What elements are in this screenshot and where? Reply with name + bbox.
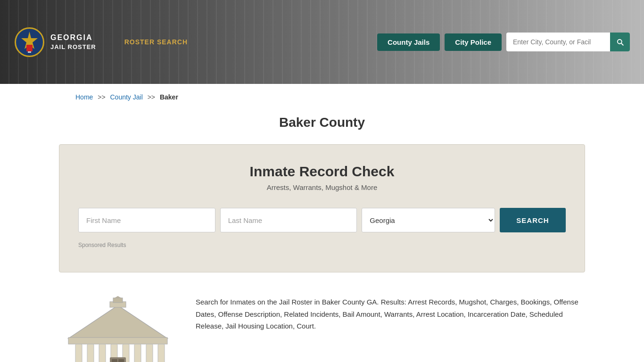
logo-area: GEORGIA JAIL ROSTER <box>14 27 96 58</box>
header-nav: County Jails City Police <box>377 33 630 51</box>
svg-rect-2 <box>26 45 33 51</box>
record-check-title: Inmate Record Check <box>78 164 566 180</box>
svg-rect-3 <box>28 51 31 53</box>
header-search-button[interactable] <box>610 33 630 51</box>
site-logo-text: GEORGIA JAIL ROSTER <box>50 33 96 52</box>
svg-rect-11 <box>134 344 141 362</box>
city-police-button[interactable]: City Police <box>445 33 502 51</box>
svg-rect-21 <box>113 298 123 303</box>
breadcrumb-sep2: >> <box>148 93 155 101</box>
header-search-input[interactable] <box>506 34 610 49</box>
first-name-input[interactable] <box>78 208 215 232</box>
record-search-button[interactable]: SEARCH <box>500 208 566 232</box>
bottom-section: Search for Inmates on the Jail Roster in… <box>0 287 644 362</box>
svg-rect-12 <box>146 344 153 362</box>
state-select[interactable]: AlabamaAlaskaArizonaArkansasCaliforniaCo… <box>362 208 495 232</box>
record-search-form: AlabamaAlaskaArizonaArkansasCaliforniaCo… <box>78 208 566 232</box>
breadcrumb: Home >> County Jail >> Baker <box>0 84 644 110</box>
svg-rect-13 <box>158 344 165 362</box>
svg-rect-8 <box>99 344 106 362</box>
svg-rect-5 <box>68 337 167 344</box>
description-text: Search for Inmates on the Jail Roster in… <box>196 296 585 332</box>
courthouse-image <box>59 296 177 362</box>
last-name-input[interactable] <box>220 208 357 232</box>
header-search-box <box>506 33 630 51</box>
breadcrumb-home-link[interactable]: Home <box>75 93 93 101</box>
search-icon <box>616 38 624 46</box>
svg-marker-22 <box>115 296 121 298</box>
svg-rect-7 <box>87 344 94 362</box>
svg-rect-18 <box>112 359 117 362</box>
county-jails-button[interactable]: County Jails <box>377 33 440 51</box>
inmate-record-section: Inmate Record Check Arrests, Warrants, M… <box>59 144 585 272</box>
breadcrumb-current: Baker <box>160 93 178 101</box>
svg-rect-6 <box>75 344 82 362</box>
page-title: Baker County <box>0 115 644 130</box>
sponsored-label: Sponsored Results <box>78 242 566 248</box>
record-check-subtitle: Arrests, Warrants, Mugshot & More <box>78 183 566 191</box>
svg-rect-19 <box>118 359 124 362</box>
site-header: GEORGIA JAIL ROSTER ROSTER SEARCH County… <box>0 0 644 84</box>
courthouse-svg <box>59 296 177 362</box>
breadcrumb-sep1: >> <box>98 93 105 101</box>
roster-search-link[interactable]: ROSTER SEARCH <box>124 38 188 46</box>
breadcrumb-county-jail-link[interactable]: County Jail <box>110 93 143 101</box>
georgia-seal-icon <box>14 27 45 58</box>
svg-marker-4 <box>68 305 167 338</box>
